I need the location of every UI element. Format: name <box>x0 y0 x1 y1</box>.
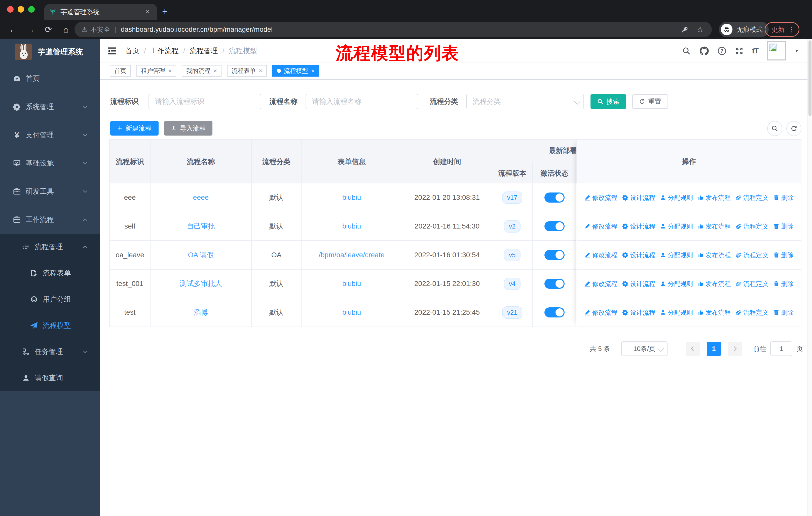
modify-action-link[interactable]: 修改流程 <box>584 193 617 202</box>
modify-action-link[interactable]: 修改流程 <box>584 251 617 259</box>
next-page-button[interactable] <box>728 342 742 356</box>
design-action-link[interactable]: 设计流程 <box>622 308 655 317</box>
avatar-caret-icon[interactable]: ▼ <box>794 48 799 54</box>
sidebar-item-payment-management[interactable]: ¥支付管理 <box>0 121 100 149</box>
design-action-link[interactable]: 设计流程 <box>622 222 655 230</box>
publish-action-link[interactable]: 发布流程 <box>697 251 731 259</box>
security-warning-icon[interactable]: ⚠ <box>82 26 87 33</box>
version-badge[interactable]: v4 <box>504 278 521 290</box>
tag-process-model[interactable]: 流程模型× <box>272 65 319 77</box>
assign-action-link[interactable]: 分配规则 <box>660 308 693 317</box>
design-action-link[interactable]: 设计流程 <box>622 251 655 259</box>
active-toggle[interactable] <box>545 250 564 260</box>
back-icon[interactable]: ← <box>8 25 18 34</box>
github-icon[interactable] <box>699 46 709 56</box>
definition-action-link[interactable]: 流程定义 <box>735 193 768 202</box>
home-icon[interactable]: ⌂ <box>61 25 70 34</box>
active-toggle[interactable] <box>545 307 564 318</box>
current-page-button[interactable]: 1 <box>707 342 721 356</box>
filter-key-input[interactable]: 请输入流程标识 <box>148 94 261 109</box>
sidebar-item-task-management[interactable]: 任务管理 <box>0 338 100 365</box>
tag-process-form[interactable]: 流程表单× <box>227 65 267 77</box>
close-window-button[interactable] <box>7 6 13 12</box>
breadcrumb-process-management[interactable]: 流程管理 <box>190 46 218 56</box>
design-action-link[interactable]: 设计流程 <box>622 280 655 288</box>
cell-form-info-text[interactable]: biubiu <box>342 308 361 317</box>
cell-form-info-text[interactable]: biubiu <box>342 193 361 201</box>
reset-button[interactable]: 重置 <box>632 94 668 109</box>
active-toggle[interactable] <box>545 192 564 202</box>
version-badge[interactable]: v17 <box>502 191 522 204</box>
sidebar-item-workflow[interactable]: 工作流程 <box>0 206 100 234</box>
sidebar-item-process-model[interactable]: 流程模型 <box>0 313 100 338</box>
delete-action-link[interactable]: 删除 <box>773 308 794 317</box>
tag-my-process[interactable]: 我的流程× <box>182 65 222 77</box>
cell-process-name-text[interactable]: 滔博 <box>194 308 208 317</box>
modify-action-link[interactable]: 修改流程 <box>584 222 617 230</box>
prev-page-button[interactable] <box>686 342 700 356</box>
browser-tab[interactable]: 芋道管理系统 × <box>44 4 157 20</box>
search-button[interactable]: 搜索 <box>590 94 626 109</box>
cell-form-info-text[interactable]: biubiu <box>342 280 361 288</box>
avatar[interactable] <box>767 41 786 60</box>
version-badge[interactable]: v5 <box>504 249 521 261</box>
close-icon[interactable]: × <box>213 67 217 74</box>
address-bar[interactable]: ⚠ 不安全 | dashboard.yudao.iocoder.cn/bpm/m… <box>75 22 712 37</box>
publish-action-link[interactable]: 发布流程 <box>697 280 731 288</box>
modify-action-link[interactable]: 修改流程 <box>584 280 617 288</box>
sidebar-item-home[interactable]: 首页 <box>0 64 100 93</box>
update-chip[interactable]: 更新 ⋮ <box>765 22 800 37</box>
cell-process-name-text[interactable]: 自己审批 <box>187 221 215 231</box>
sidebar-item-process-management[interactable]: 流程管理 <box>0 234 100 260</box>
zoom-window-button[interactable] <box>28 6 35 12</box>
font-size-icon[interactable]: tT <box>752 47 758 55</box>
minimize-window-button[interactable] <box>18 6 24 12</box>
cell-form-info-text[interactable]: biubiu <box>342 222 361 230</box>
browser-menu-icon[interactable]: ⋮ <box>788 26 794 33</box>
publish-action-link[interactable]: 发布流程 <box>697 222 731 230</box>
design-action-link[interactable]: 设计流程 <box>622 193 655 202</box>
publish-action-link[interactable]: 发布流程 <box>697 308 731 317</box>
sidebar-item-system-management[interactable]: 系统管理 <box>0 93 100 121</box>
close-icon[interactable]: × <box>259 67 262 74</box>
active-toggle[interactable] <box>545 279 564 289</box>
assign-action-link[interactable]: 分配规则 <box>660 193 693 202</box>
fullscreen-icon[interactable] <box>735 47 744 55</box>
window-controls[interactable] <box>7 6 35 12</box>
sidebar-item-process-form[interactable]: 流程表单 <box>0 260 100 286</box>
update-label[interactable]: 更新 <box>772 25 785 34</box>
delete-action-link[interactable]: 删除 <box>773 193 794 202</box>
version-badge[interactable]: v21 <box>502 306 522 319</box>
forward-icon[interactable]: → <box>26 25 35 34</box>
tab-close-icon[interactable]: × <box>143 8 152 16</box>
sidebar-item-dev-tools[interactable]: 研发工具 <box>0 178 100 206</box>
breadcrumb-home[interactable]: 首页 <box>125 46 140 56</box>
close-icon[interactable]: × <box>311 67 315 74</box>
definition-action-link[interactable]: 流程定义 <box>735 280 768 288</box>
refresh-button[interactable] <box>786 121 802 136</box>
tag-tenant[interactable]: 租户管理× <box>137 65 176 77</box>
assign-action-link[interactable]: 分配规则 <box>660 251 693 259</box>
publish-action-link[interactable]: 发布流程 <box>697 193 731 202</box>
cell-form-info-text[interactable]: /bpm/oa/leave/create <box>319 251 385 259</box>
delete-action-link[interactable]: 删除 <box>773 280 794 288</box>
sidebar-item-user-group[interactable]: 用户分组 <box>0 286 100 313</box>
cell-process-name-text[interactable]: 测试多审批人 <box>180 279 222 289</box>
help-icon[interactable]: ? <box>717 46 726 55</box>
modify-action-link[interactable]: 修改流程 <box>584 308 617 317</box>
filter-name-input[interactable]: 请输入流程名称 <box>306 94 418 109</box>
create-process-button[interactable]: 新建流程 <box>110 121 158 136</box>
key-icon[interactable] <box>681 26 689 33</box>
url-text[interactable]: dashboard.yudao.iocoder.cn/bpm/manager/m… <box>121 26 681 33</box>
bookmark-star-icon[interactable]: ☆ <box>696 25 704 34</box>
delete-action-link[interactable]: 删除 <box>773 222 794 230</box>
tag-home[interactable]: 首页 <box>110 65 131 77</box>
reload-icon[interactable]: ⟳ <box>44 24 53 34</box>
goto-page-input[interactable]: 1 <box>770 342 792 356</box>
active-toggle[interactable] <box>545 221 564 231</box>
sidebar-item-leave-query[interactable]: 请假查询 <box>0 365 100 391</box>
definition-action-link[interactable]: 流程定义 <box>735 222 768 230</box>
browser-scrollbar[interactable] <box>808 39 812 516</box>
import-process-button[interactable]: 导入流程 <box>164 121 212 136</box>
search-icon[interactable] <box>682 47 691 55</box>
